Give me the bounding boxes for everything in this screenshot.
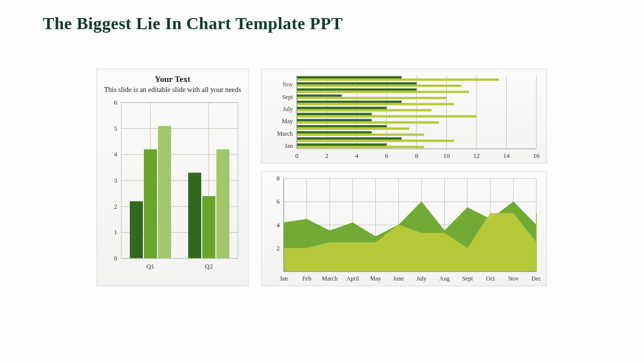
svg-text:Sept: Sept — [462, 275, 473, 282]
svg-text:Sept: Sept — [282, 94, 293, 101]
horizontal-bar-chart: 0246810121416NovSeptJulyMayMarchJan — [262, 69, 546, 163]
svg-rect-58 — [297, 113, 372, 115]
svg-rect-48 — [297, 88, 417, 91]
svg-text:6: 6 — [277, 198, 280, 205]
svg-text:8: 8 — [415, 152, 419, 159]
svg-text:Jan: Jan — [280, 275, 288, 282]
svg-text:8: 8 — [277, 174, 280, 182]
svg-rect-59 — [297, 115, 476, 118]
svg-rect-44 — [297, 78, 499, 81]
svg-rect-61 — [297, 121, 439, 124]
svg-text:16: 16 — [533, 152, 540, 159]
svg-text:July: July — [417, 275, 427, 282]
svg-text:Dec: Dec — [531, 275, 541, 282]
svg-text:Q1: Q1 — [146, 262, 154, 270]
svg-text:Oct: Oct — [486, 275, 495, 282]
svg-text:3: 3 — [114, 176, 118, 184]
area-chart: 2468JanFebMarchAprilMayJuneJulyAugSeptOc… — [262, 171, 546, 286]
area-chart-panel: 2468JanFebMarchAprilMayJuneJulyAugSeptOc… — [261, 171, 547, 286]
svg-text:2: 2 — [325, 152, 329, 159]
svg-text:Nov: Nov — [282, 81, 293, 88]
svg-rect-71 — [297, 146, 424, 148]
svg-rect-22 — [216, 149, 229, 258]
svg-rect-63 — [297, 125, 387, 128]
svg-text:March: March — [277, 130, 293, 137]
svg-text:4: 4 — [114, 151, 118, 158]
svg-rect-51 — [297, 97, 447, 100]
svg-text:10: 10 — [443, 152, 450, 159]
svg-text:1: 1 — [114, 229, 118, 236]
svg-text:Feb: Feb — [302, 275, 311, 282]
svg-text:Aug: Aug — [439, 275, 450, 282]
svg-rect-46 — [297, 84, 461, 87]
svg-text:5: 5 — [114, 125, 118, 132]
svg-text:Jan: Jan — [285, 142, 293, 149]
svg-rect-56 — [297, 109, 432, 112]
svg-rect-20 — [188, 173, 201, 259]
svg-text:March: March — [322, 275, 338, 282]
svg-text:July: July — [283, 106, 293, 113]
svg-rect-16 — [144, 149, 157, 258]
svg-text:May: May — [370, 275, 381, 282]
svg-rect-55 — [297, 107, 387, 109]
svg-rect-68 — [297, 137, 401, 140]
svg-text:0: 0 — [295, 152, 299, 159]
svg-rect-15 — [130, 202, 143, 259]
svg-text:2: 2 — [277, 244, 280, 252]
page-title: The Biggest Lie In Chart Template PPT — [43, 14, 343, 33]
svg-rect-21 — [202, 196, 215, 258]
svg-rect-69 — [297, 140, 454, 142]
svg-rect-53 — [297, 101, 401, 103]
svg-rect-17 — [158, 126, 171, 259]
svg-rect-60 — [297, 119, 372, 122]
svg-text:4: 4 — [277, 221, 280, 229]
svg-text:Q2: Q2 — [205, 262, 213, 270]
bar-chart-title: Your Text — [97, 74, 248, 84]
svg-rect-66 — [297, 134, 424, 136]
svg-text:6: 6 — [385, 152, 388, 159]
svg-text:6: 6 — [114, 99, 118, 106]
svg-text:2: 2 — [114, 203, 118, 210]
svg-text:0: 0 — [114, 254, 118, 262]
svg-text:May: May — [282, 118, 293, 125]
svg-text:Nov: Nov — [508, 275, 519, 282]
svg-rect-54 — [297, 103, 454, 106]
svg-text:4: 4 — [355, 152, 359, 159]
svg-rect-64 — [297, 127, 409, 130]
svg-rect-45 — [297, 82, 417, 85]
svg-text:12: 12 — [473, 152, 480, 159]
svg-rect-49 — [297, 90, 469, 93]
svg-text:April: April — [346, 275, 359, 282]
horizontal-bar-panel: 0246810121416NovSeptJulyMayMarchJan — [261, 69, 547, 163]
svg-rect-43 — [297, 76, 401, 78]
svg-rect-50 — [297, 95, 342, 97]
svg-text:14: 14 — [503, 152, 510, 159]
grouped-bar-panel: Your Text This slide is an editable slid… — [97, 69, 249, 286]
bar-chart-subtitle: This slide is an editable slide with all… — [97, 85, 248, 95]
svg-rect-70 — [297, 143, 387, 146]
grouped-bar-chart: 0123456Q1Q2 — [97, 98, 248, 274]
svg-rect-65 — [297, 131, 372, 134]
svg-text:June: June — [393, 275, 404, 282]
